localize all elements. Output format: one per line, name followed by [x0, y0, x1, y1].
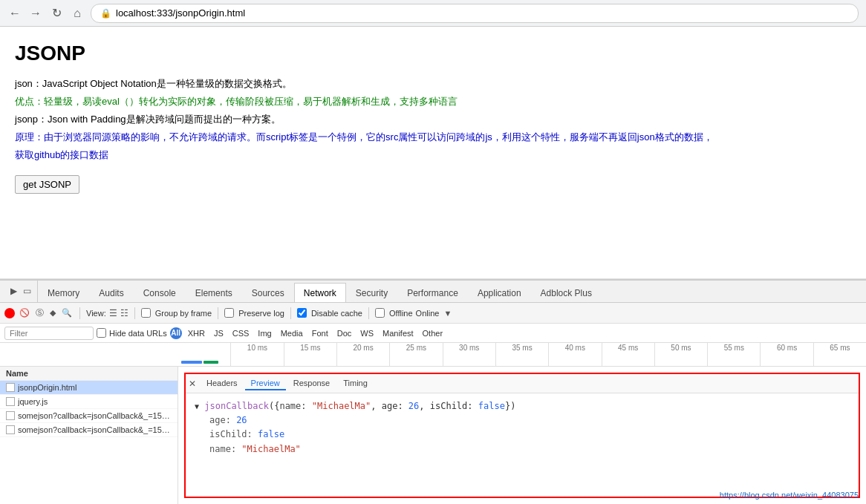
- tab-sources[interactable]: Sources: [242, 283, 294, 302]
- separator-2: [134, 307, 135, 319]
- file-name-1: jquery.js: [18, 397, 48, 406]
- forward-button[interactable]: →: [28, 6, 43, 21]
- line-1: json：JavaScript Object Notation是一种轻量级的数据…: [15, 76, 851, 92]
- json-inline: name:: [279, 401, 311, 411]
- address-bar[interactable]: 🔒 localhost:333/jsonpOrigin.html: [91, 4, 859, 23]
- offline-checkbox[interactable]: [375, 308, 385, 318]
- detail-tab-headers[interactable]: Headers: [201, 377, 244, 390]
- filter-icon[interactable]: ◆: [48, 308, 57, 318]
- detail-tab-response[interactable]: Response: [287, 377, 336, 390]
- file-item-1[interactable]: jquery.js: [0, 395, 178, 409]
- url-text: localhost:333/jsonpOrigin.html: [116, 7, 245, 19]
- tab-network[interactable]: Network: [294, 283, 346, 302]
- hide-data-urls-checkbox[interactable]: [97, 328, 106, 338]
- disable-cache-label: Disable cache: [311, 309, 362, 318]
- tick-0: [178, 343, 230, 367]
- filter-font-btn[interactable]: Font: [309, 328, 331, 338]
- search-button[interactable]: 🔍: [60, 308, 74, 318]
- tick-10: 55 ms: [707, 343, 760, 367]
- inspect-icon[interactable]: ▶: [7, 285, 19, 297]
- filter-all-btn[interactable]: All: [170, 327, 182, 339]
- json-ischild-inline: false: [478, 401, 505, 411]
- filter-bar: Hide data URLs All XHR JS CSS Img Media …: [0, 324, 866, 343]
- tab-application[interactable]: Application: [468, 283, 531, 302]
- detail-tabs: ✕ Headers Preview Response Timing: [186, 374, 859, 393]
- online-dropdown-icon[interactable]: ▼: [442, 309, 453, 318]
- tab-elements[interactable]: Elements: [186, 283, 242, 302]
- filter-media-btn[interactable]: Media: [278, 328, 306, 338]
- group-by-frame-checkbox[interactable]: [141, 308, 151, 318]
- refresh-button[interactable]: ↻: [49, 6, 64, 21]
- json-age-val-inline: 26: [408, 401, 419, 411]
- separator-4: [290, 307, 291, 319]
- detail-tab-preview[interactable]: Preview: [245, 377, 286, 390]
- detail-content: ▼ jsonCallback({name: "MichaelMa", age: …: [186, 393, 859, 497]
- json-root-line: ▼ jsonCallback({name: "MichaelMa", age: …: [195, 399, 850, 413]
- detail-border: ✕ Headers Preview Response Timing ▼ json…: [184, 373, 860, 498]
- json-expanded: age: 26 isChild: false name: "MichaelMa": [195, 413, 850, 456]
- json-name-row: name: "MichaelMa": [209, 442, 850, 456]
- preserve-log-label: Preserve log: [238, 309, 284, 318]
- json-callback-name: jsonCallback: [204, 401, 269, 411]
- json-close: }): [505, 401, 515, 411]
- home-button[interactable]: ⌂: [70, 6, 85, 21]
- network-main: Name jsonpOrigin.html jquery.js somejson…: [0, 367, 866, 504]
- screenshot-button[interactable]: Ⓢ: [34, 307, 45, 318]
- filter-input[interactable]: [4, 327, 94, 340]
- filter-css-btn[interactable]: CSS: [229, 328, 253, 338]
- clear-button[interactable]: 🚫: [18, 308, 31, 318]
- file-item-3[interactable]: somejson?callback=jsonCallback&_=15446..…: [0, 423, 178, 437]
- get-jsonp-button[interactable]: get JSONP: [15, 175, 79, 194]
- lock-icon: 🔒: [100, 8, 111, 19]
- tab-audits[interactable]: Audits: [89, 283, 133, 302]
- line-4: 原理：由于浏览器同源策略的影响，不允许跨域的请求。而script标签是一个特例，…: [15, 129, 851, 145]
- tick-7: 40 ms: [548, 343, 601, 367]
- tab-performance[interactable]: Performance: [397, 283, 468, 302]
- view-grid-icon[interactable]: ☷: [120, 308, 128, 318]
- json-age-row: age: 26: [209, 413, 850, 428]
- json-comma1: , age:: [371, 401, 408, 411]
- disable-cache-checkbox[interactable]: [297, 308, 307, 318]
- detail-tab-timing[interactable]: Timing: [337, 377, 374, 390]
- back-button[interactable]: ←: [7, 6, 22, 21]
- file-item-2[interactable]: somejson?callback=jsonCallback&_=15446..…: [0, 409, 178, 423]
- tick-2: 15 ms: [284, 343, 336, 367]
- json-comma2: , isChild:: [419, 401, 478, 411]
- timeline-bar: 10 ms 15 ms 20 ms 25 ms 30 ms 35 ms 40 m…: [0, 343, 866, 367]
- filter-xhr-btn[interactable]: XHR: [185, 328, 208, 338]
- tab-security[interactable]: Security: [346, 283, 397, 302]
- separator-5: [368, 307, 369, 319]
- timeline-ticks: 10 ms 15 ms 20 ms 25 ms 30 ms 35 ms 40 m…: [178, 343, 866, 367]
- json-age-value: 26: [236, 415, 247, 425]
- tick-6: 35 ms: [495, 343, 548, 367]
- view-list-icon[interactable]: ☰: [109, 308, 117, 318]
- file-item-0[interactable]: jsonpOrigin.html: [0, 381, 178, 395]
- tab-console[interactable]: Console: [134, 283, 186, 302]
- detail-panel: ✕ Headers Preview Response Timing ▼ json…: [178, 367, 866, 504]
- devtools-tab-bar: ▶ ▭ Memory Audits Console Elements Sourc…: [0, 281, 866, 303]
- tick-8: 45 ms: [602, 343, 654, 367]
- file-name-0: jsonpOrigin.html: [18, 383, 76, 392]
- tab-adblock[interactable]: Adblock Plus: [531, 283, 602, 302]
- json-age-key: age:: [209, 415, 236, 425]
- tab-memory[interactable]: Memory: [38, 283, 89, 302]
- filter-img-btn[interactable]: Img: [255, 328, 274, 338]
- json-name-key: name:: [209, 444, 241, 454]
- device-icon[interactable]: ▭: [21, 285, 33, 297]
- tick-12: 65 ms: [813, 343, 866, 367]
- tick-4: 25 ms: [389, 343, 442, 367]
- filter-ws-btn[interactable]: WS: [357, 328, 377, 338]
- file-icon-0: [6, 383, 15, 392]
- record-button[interactable]: [4, 308, 15, 318]
- preserve-log-checkbox[interactable]: [224, 308, 234, 318]
- filter-js-btn[interactable]: JS: [211, 328, 227, 338]
- filter-other-btn[interactable]: Other: [420, 328, 446, 338]
- json-name-value: "MichaelMa": [241, 444, 300, 454]
- filter-doc-btn[interactable]: Doc: [334, 328, 355, 338]
- file-icon-1: [6, 397, 15, 406]
- separator-1: [79, 307, 80, 319]
- filter-manifest-btn[interactable]: Manifest: [380, 328, 417, 338]
- json-ischild-key: isChild:: [209, 429, 258, 439]
- collapse-triangle[interactable]: ▼: [195, 402, 199, 410]
- detail-close-button[interactable]: ✕: [189, 379, 196, 389]
